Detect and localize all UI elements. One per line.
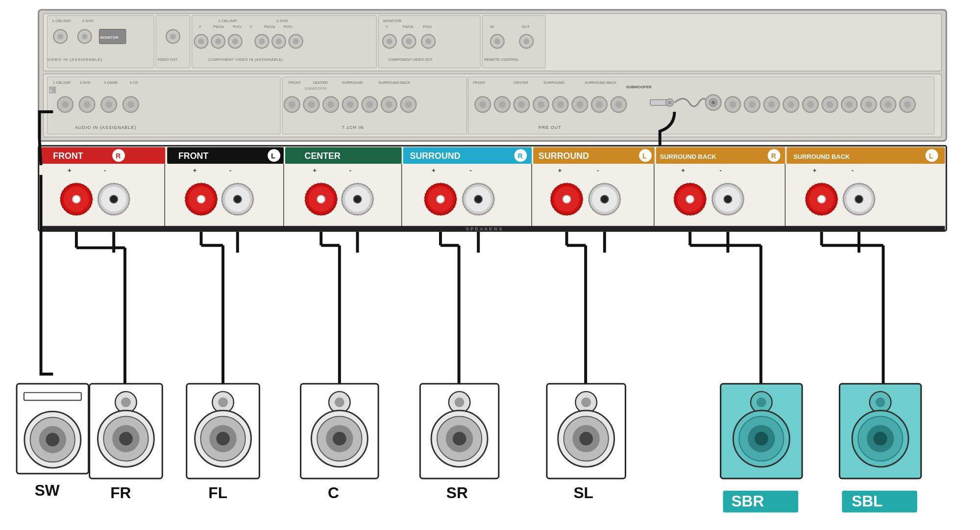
svg-text:COMPONENT VIDEO OUT: COMPONENT VIDEO OUT [388,57,433,62]
svg-point-309 [581,398,591,407]
svg-point-208 [437,195,444,203]
svg-text:Pb/Cb: Pb/Cb [213,25,224,29]
svg-point-328 [874,432,887,446]
svg-point-306 [453,432,466,446]
svg-text:2 DVD: 2 DVD [276,19,288,23]
speaker-sbl [839,384,921,479]
svg-text:SURROUND BACK: SURROUND BACK [378,80,410,85]
svg-point-7 [57,33,63,39]
svg-point-139 [827,101,833,108]
svg-text:1 CBL/SAT: 1 CBL/SAT [218,19,237,23]
fl-label: FL [208,484,227,502]
svg-text:AUDIO IN (ASSIGNABLE): AUDIO IN (ASSIGNABLE) [75,125,136,130]
svg-point-143 [865,101,872,108]
svg-text:+: + [813,167,817,174]
svg-point-85 [308,101,315,108]
svg-point-126 [615,101,622,108]
svg-text:L: L [642,152,647,160]
svg-text:Pb/Cb: Pb/Cb [403,25,414,29]
svg-point-45 [387,38,392,44]
speaker-sw [17,384,89,474]
svg-text:FRONT: FRONT [289,80,301,85]
svg-point-182 [110,195,118,203]
svg-point-137 [807,101,814,108]
svg-text:2 DVD: 2 DVD [80,80,91,85]
sw-label: SW [35,481,60,499]
svg-text:Y: Y [386,25,389,29]
speaker-sbr [721,384,802,479]
svg-point-288 [218,398,228,407]
svg-point-302 [455,398,465,407]
svg-point-74 [127,101,134,108]
svg-point-31 [232,38,238,44]
svg-point-118 [538,101,544,108]
front-l-label: FRONT [178,151,209,161]
svg-point-114 [499,101,506,108]
svg-point-299 [333,432,346,446]
svg-text:4 CD: 4 CD [130,80,138,85]
surround-r-label: SURROUND [410,151,461,161]
svg-text:Y: Y [199,25,202,29]
svg-point-116 [518,101,525,108]
svg-text:COMPONENT VIDEO IN (ASSIGNABLE: COMPONENT VIDEO IN (ASSIGNABLE) [208,57,283,62]
svg-point-238 [818,195,826,203]
svg-point-95 [405,101,412,108]
svg-point-313 [579,432,593,446]
svg-point-242 [855,195,863,203]
svg-rect-155 [285,147,402,164]
svg-text:1 CBL/SAT: 1 CBL/SAT [52,19,71,23]
svg-point-292 [216,432,230,446]
speaker-fl [187,384,260,479]
speaker-sl [547,384,626,479]
sl-label: SL [573,484,593,502]
svg-point-68 [62,101,69,108]
svg-text:L: L [271,152,275,160]
svg-point-285 [119,432,133,446]
svg-text:7.1CH IN: 7.1CH IN [342,125,364,130]
svg-text:L: L [50,88,52,93]
svg-text:+: + [68,167,72,174]
svg-point-141 [846,101,853,108]
svg-point-91 [366,101,373,108]
svg-text:3 GAME: 3 GAME [104,80,118,85]
svg-point-147 [904,101,911,108]
svg-text:PRE OUT: PRE OUT [539,125,562,130]
svg-point-212 [474,195,482,203]
main-container: 1 CBL/SAT 2 DVD MONITOR VIDEO IN (ASSIGN… [0,0,980,530]
svg-point-47 [406,38,412,44]
svg-text:SURROUND: SURROUND [543,80,564,85]
svg-text:-: - [469,167,471,174]
svg-text:+: + [432,167,436,174]
svg-point-188 [197,195,205,203]
svg-point-135 [787,101,794,108]
svg-point-129 [729,101,736,108]
svg-text:2 DVD: 2 DVD [82,19,94,23]
svg-point-27 [198,38,204,44]
svg-text:VIDEO OUT: VIDEO OUT [157,57,177,62]
svg-point-70 [84,101,91,108]
speakers-label: SPEAKERS [466,226,503,231]
svg-point-112 [479,101,486,108]
svg-text:R: R [771,152,776,160]
surround-back-r-label: SURROUND BACK [660,153,717,160]
svg-point-124 [596,101,603,108]
sr-label: SR [446,484,468,502]
svg-text:Pr/Cr: Pr/Cr [423,25,432,29]
svg-point-122 [576,101,583,108]
svg-point-83 [289,101,295,108]
svg-text:VIDEO IN (ASSIGNABLE): VIDEO IN (ASSIGNABLE) [47,57,102,62]
svg-text:MONITOR: MONITOR [383,19,401,23]
svg-text:-: - [597,167,599,174]
svg-text:-: - [104,167,106,174]
svg-text:SURROUND BACK: SURROUND BACK [585,80,616,85]
svg-point-295 [335,398,344,407]
svg-text:+: + [313,167,317,174]
svg-text:CENTER: CENTER [514,80,529,85]
svg-text:-: - [720,167,722,174]
svg-point-89 [347,101,354,108]
svg-point-232 [724,195,732,203]
speaker-sr [420,384,499,479]
svg-text:SURROUND: SURROUND [342,80,363,85]
sbr-label: SBR [731,492,764,510]
svg-point-278 [46,433,59,447]
